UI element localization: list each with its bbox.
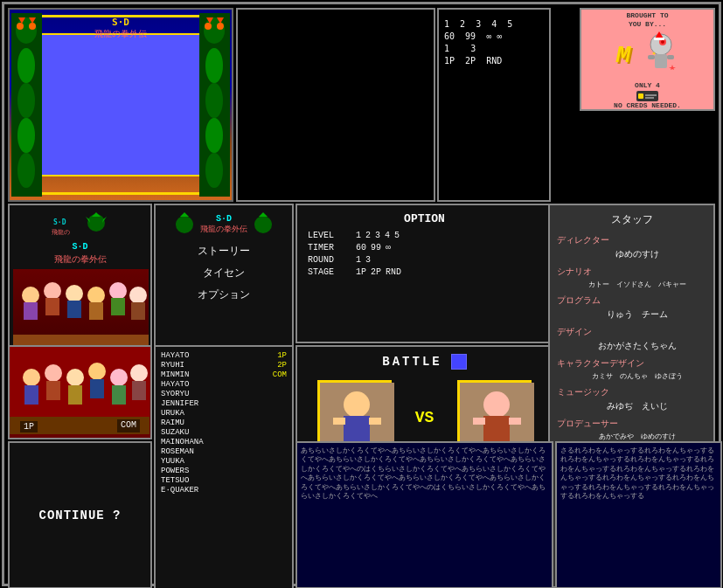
staff-section-6: プロデューサー あかでみや ゆめのすけ	[557, 418, 706, 441]
svg-rect-67	[90, 379, 104, 398]
battle-header: BATTLE	[297, 347, 552, 377]
svg-point-74	[344, 391, 370, 418]
svg-rect-51	[111, 298, 125, 315]
staff-name-5: みゆぢ えいじ	[567, 400, 706, 412]
svg-point-3	[17, 83, 35, 118]
svg-rect-63	[46, 381, 60, 400]
char-row-4: SYORYU	[159, 390, 289, 398]
char-row-0: HAYATO 1P	[159, 351, 289, 360]
char-row-9: MAINOHANA	[159, 438, 289, 446]
sponsor-top-text: BROUGHT TO YOU BY...	[581, 10, 713, 30]
kanji-scroll-panel-left: あちらいさしかくろくてやへあちらいさしかくろくてやへあちらいさしかくろくてやへあ…	[295, 441, 553, 588]
char-row-2: MINMIN COM	[159, 370, 289, 379]
svg-point-14	[205, 118, 223, 153]
staff-name-4: カミサ のんちゃ ゆさぼう	[567, 371, 706, 381]
svg-rect-26	[648, 55, 655, 59]
battle-label: BATTLE	[382, 355, 441, 369]
option-round-row: ROUND 1 3	[308, 255, 541, 265]
svg-text:S·D: S·D	[53, 218, 66, 226]
sponsor-logo: M	[585, 31, 710, 80]
continue-panel: CONTINUE ?	[8, 441, 152, 588]
svg-rect-43	[24, 302, 38, 320]
char-row-6: URUKA	[159, 409, 289, 418]
staff-role-6: プロデューサー	[557, 418, 706, 430]
menu-logo-dragon	[172, 212, 197, 237]
num-row-1: 1 2 3 4 5	[444, 19, 544, 29]
svg-rect-69	[112, 385, 126, 405]
menu-item-story[interactable]: ストーリー	[163, 244, 285, 259]
staff-name-1: カトー イソドさん パキャー	[567, 280, 706, 289]
svg-point-50	[109, 282, 127, 300]
char-row-14: E·QUAKER	[159, 486, 289, 495]
sponsor-character-svg	[630, 31, 678, 80]
num-row-3: 1 3	[444, 44, 544, 53]
staff-name-0: ゆめのすけ	[567, 248, 706, 260]
svg-rect-33	[645, 97, 654, 99]
staff-role-5: ミュージック	[557, 386, 706, 398]
kanji-scroll-panel-right: さるれろわをんちゃっするれろわをんちゃっするれろわをんちゃっするれろわをんちゃっ…	[555, 441, 722, 588]
svg-point-7	[29, 23, 36, 30]
number-display-panel: 1 2 3 4 5 60 99 ∞ ∞ 1 3 1P 2P RND	[437, 8, 551, 202]
staff-role-4: キャラクターデザイン	[557, 357, 706, 370]
svg-rect-47	[67, 301, 81, 318]
vs-text: VS	[415, 409, 434, 426]
svg-rect-81	[473, 418, 485, 425]
char-row-3: HAYATO	[159, 380, 289, 389]
svg-point-57	[254, 216, 272, 233]
svg-rect-25	[655, 54, 667, 68]
svg-point-79	[483, 391, 510, 418]
staff-title: スタッフ	[557, 212, 706, 227]
option-timer-row: TIMER 60 99 ∞	[308, 243, 541, 252]
svg-point-15	[205, 153, 223, 188]
svg-point-17	[217, 23, 224, 30]
credits-icon	[636, 91, 658, 101]
staff-role-1: シナリオ	[557, 266, 706, 278]
svg-point-52	[129, 287, 147, 304]
title-area: S·D 飛龍の拳外伝	[8, 8, 233, 202]
logo-kanji: 飛龍の拳外伝	[13, 253, 147, 266]
dragon-right	[199, 13, 230, 197]
option-round-values: 1 3	[356, 255, 371, 265]
option-title: OPTION	[308, 212, 541, 225]
dragon-left	[11, 13, 42, 197]
svg-rect-53	[131, 302, 145, 320]
staff-section-5: ミュージック みゆぢ えいじ	[557, 386, 706, 412]
battle-square	[451, 354, 467, 370]
svg-point-2	[17, 48, 35, 83]
fighter-chars-panel: 1P COM	[8, 345, 152, 439]
char-row-1: RYUHI 2P	[159, 361, 289, 370]
svg-rect-76	[333, 418, 345, 425]
svg-rect-45	[45, 298, 59, 315]
svg-rect-32	[645, 94, 657, 96]
title-inner-border	[15, 15, 226, 195]
staff-section-0: ディレクター ゆめのすけ	[557, 234, 706, 260]
char-row-7: RAIMU	[159, 419, 289, 427]
num-row-4: 1P 2P RND	[444, 56, 544, 66]
char-row-5: JENNIFER	[159, 399, 289, 408]
svg-marker-58	[259, 212, 268, 217]
svg-point-64	[66, 369, 84, 386]
svg-point-46	[66, 285, 83, 302]
menu-logo-dragon2	[251, 212, 275, 237]
svg-point-62	[45, 364, 62, 382]
svg-point-66	[88, 363, 106, 380]
svg-point-13	[205, 83, 223, 118]
player-1p-label: 1P	[20, 421, 38, 432]
staff-section-2: プログラム りゅう チーム	[557, 294, 706, 321]
svg-point-60	[23, 369, 40, 386]
menu-item-taisen[interactable]: タイセン	[163, 266, 285, 280]
svg-rect-71	[132, 381, 146, 400]
option-panel: OPTION LEVEL 1 2 3 4 5 TIMER 60 99 ∞ ROU…	[295, 204, 553, 343]
option-level-row: LEVEL 1 2 3 4 5	[308, 231, 541, 240]
svg-point-6	[17, 23, 24, 30]
num-row-2: 60 99 ∞ ∞	[444, 31, 544, 41]
char-row-8: SUZAKU	[159, 428, 289, 437]
svg-rect-61	[24, 385, 38, 405]
svg-point-22	[661, 40, 664, 44]
menu-item-option[interactable]: オプション	[163, 287, 285, 302]
svg-point-42	[22, 287, 39, 304]
svg-point-55	[176, 216, 193, 233]
staff-name-6: あかでみや ゆめのすけ	[567, 432, 706, 441]
svg-rect-65	[68, 385, 82, 405]
svg-point-12	[205, 48, 223, 83]
